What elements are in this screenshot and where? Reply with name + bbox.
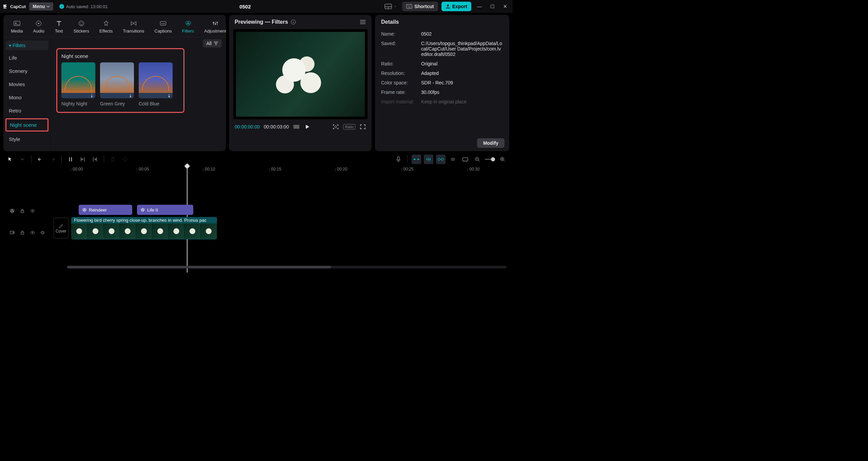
filter-item-cold-blue[interactable]: ⭳Cold Blue xyxy=(139,62,173,106)
filter-label: Nighty Night xyxy=(61,101,95,106)
timeline-toolbar xyxy=(3,153,509,166)
tab-captions[interactable]: Captions xyxy=(151,18,176,37)
download-icon[interactable]: ⭳ xyxy=(100,93,134,98)
filters-track-icon[interactable] xyxy=(9,207,16,214)
link-button[interactable] xyxy=(436,155,446,164)
filter-item-nighty-night[interactable]: ⭳Nighty Night xyxy=(61,62,95,106)
timeline-scrollbar[interactable] xyxy=(67,266,507,268)
effects-icon xyxy=(102,20,111,27)
info-icon[interactable] xyxy=(291,19,296,25)
tab-text[interactable]: Text xyxy=(51,18,67,37)
video-track-icon[interactable] xyxy=(9,229,16,236)
lock-icon[interactable] xyxy=(19,229,26,236)
tab-filters[interactable]: Filters xyxy=(178,18,198,37)
zoom-slider[interactable] xyxy=(485,159,495,160)
layout-button[interactable] xyxy=(382,2,399,11)
svg-point-6 xyxy=(79,21,84,26)
zoom-in-button[interactable] xyxy=(498,155,507,164)
filter-icon xyxy=(214,41,218,45)
svg-point-8 xyxy=(82,22,83,23)
category-movies[interactable]: Movies xyxy=(5,79,48,90)
filter-clip[interactable]: Reindeer xyxy=(79,205,132,215)
category-style[interactable]: Style xyxy=(5,134,48,145)
filters-icon xyxy=(140,207,145,212)
chevron-down-icon xyxy=(394,5,397,8)
ratio-button[interactable]: Ratio xyxy=(343,124,355,129)
category-head-label: Filters xyxy=(13,43,25,48)
window-maximize[interactable]: ☐ xyxy=(488,4,497,9)
category-list: LifeSceneryMoviesMonoRetroNight sceneSty… xyxy=(5,52,48,145)
play-button[interactable] xyxy=(304,123,311,130)
eye-icon[interactable] xyxy=(29,229,36,236)
filter-clip[interactable]: Life II xyxy=(137,205,193,215)
hamburger-icon[interactable] xyxy=(359,19,366,25)
track-icons-filters xyxy=(3,207,67,214)
preview-toggle[interactable] xyxy=(460,155,470,164)
category-scenery[interactable]: Scenery xyxy=(5,65,48,77)
adjustment-icon xyxy=(211,20,220,27)
preview-canvas[interactable] xyxy=(233,29,368,119)
tab-media[interactable]: Media xyxy=(7,18,27,37)
category-retro[interactable]: Retro xyxy=(5,105,48,116)
filter-all-button[interactable]: All xyxy=(203,39,222,47)
text-icon xyxy=(55,20,63,27)
lock-icon[interactable] xyxy=(19,207,26,214)
timeline-tracks[interactable]: ReindeerLife II Cover Flowering bird che… xyxy=(3,175,509,270)
download-icon[interactable]: ⭳ xyxy=(139,93,173,98)
category-life[interactable]: Life xyxy=(5,52,48,63)
fullscreen-icon[interactable] xyxy=(359,123,366,130)
trim-right-button[interactable] xyxy=(90,155,100,164)
window-close[interactable]: ✕ xyxy=(500,4,510,9)
preview-header: Previewing — Filters xyxy=(229,15,372,28)
pointer-dropdown[interactable] xyxy=(18,155,27,164)
ruler-tick: 00:20 xyxy=(335,167,347,172)
svg-point-15 xyxy=(216,22,218,23)
trim-left-button[interactable] xyxy=(78,155,87,164)
modify-button[interactable]: Modify xyxy=(477,138,505,148)
align-button[interactable] xyxy=(448,155,458,164)
undo-button[interactable] xyxy=(36,155,45,164)
tab-transitions[interactable]: Transitions xyxy=(119,18,148,37)
svg-point-17 xyxy=(335,126,337,128)
export-button[interactable]: Export xyxy=(441,2,471,11)
category-head[interactable]: ▾ Filters xyxy=(5,41,48,50)
detail-key: Name: xyxy=(381,31,421,37)
tab-label: Transitions xyxy=(123,28,144,34)
detail-value: Keep in original place xyxy=(421,99,503,104)
detail-row: Ratio:Original xyxy=(375,59,509,68)
export-icon xyxy=(446,4,450,9)
tab-stickers[interactable]: Stickers xyxy=(70,18,93,37)
ruler-tick: 00:30 xyxy=(467,167,479,172)
snap-button[interactable] xyxy=(424,155,433,164)
speaker-icon[interactable] xyxy=(39,229,46,236)
download-icon[interactable]: ⭳ xyxy=(61,93,95,98)
window-minimize[interactable]: — xyxy=(475,4,484,9)
timecode-end: 00:00:03:00 xyxy=(264,124,289,129)
scan-icon[interactable] xyxy=(332,123,339,130)
pointer-tool[interactable] xyxy=(5,155,15,164)
tab-audio[interactable]: Audio xyxy=(29,18,48,37)
filter-item-green-grey[interactable]: ⭳Green Grey xyxy=(100,62,134,106)
timeline-ruler[interactable]: 00:0000:0500:1000:1500:2000:2500:30 xyxy=(67,166,509,175)
capcut-icon xyxy=(3,3,9,9)
category-mono[interactable]: Mono xyxy=(5,92,48,103)
shortcut-button[interactable]: Shortcut xyxy=(402,2,438,11)
video-clip[interactable]: Flowering bird cherry spring close-up, b… xyxy=(71,217,217,239)
eye-icon[interactable] xyxy=(29,207,36,214)
detail-row: Name:0502 xyxy=(375,29,509,39)
brand-text: CapCut xyxy=(10,4,26,9)
svg-rect-27 xyxy=(21,211,24,213)
tab-adjustment[interactable]: Adjustment xyxy=(200,18,226,37)
magnet-button[interactable] xyxy=(412,155,421,164)
split-button[interactable] xyxy=(66,155,75,164)
scrollbar-thumb[interactable] xyxy=(67,266,331,268)
compare-icon[interactable] xyxy=(293,123,300,130)
menu-button[interactable]: Menu xyxy=(29,2,53,11)
zoom-out-button[interactable] xyxy=(473,155,482,164)
tab-effects[interactable]: Effects xyxy=(95,18,117,37)
check-icon: ✓ xyxy=(59,4,64,9)
cover-button[interactable]: Cover xyxy=(54,218,68,239)
svg-rect-35 xyxy=(10,231,13,234)
mic-button[interactable] xyxy=(394,155,403,164)
category-night-scene[interactable]: Night scene xyxy=(5,118,48,132)
